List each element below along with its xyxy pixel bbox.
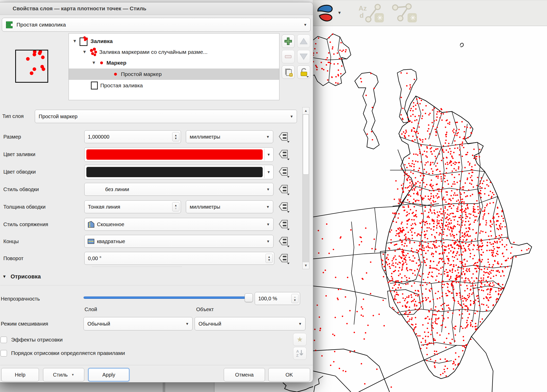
scrollbar-thumb[interactable] (303, 114, 309, 175)
tree-row-simple-fill[interactable]: Простая заливка (69, 80, 279, 91)
lock-color-button[interactable] (297, 65, 310, 79)
opacity-label: Непрозрачность (1, 292, 40, 305)
opacity-slider-thumb[interactable] (245, 293, 253, 302)
chevron-down-icon: ▼ (266, 187, 270, 191)
expander-icon[interactable]: ▼ (82, 49, 87, 55)
size-input[interactable]: 1,000000 ▲▼ (84, 130, 181, 143)
data-defined-override-button[interactable] (278, 235, 289, 248)
spin-buttons[interactable]: ▲▼ (266, 254, 273, 263)
move-down-button (297, 50, 310, 63)
chevron-down-icon[interactable]: ▼ (267, 170, 270, 174)
change-point-tool-icon: ✳ (392, 3, 420, 23)
rotation-value: 0,00 ° (88, 255, 101, 261)
apply-button[interactable]: Apply (88, 368, 129, 381)
tree-row-label: Заливка (90, 38, 113, 44)
layer-type-value: Простой маркер (39, 114, 78, 120)
scroll-down-arrow-icon[interactable]: ▼ (303, 262, 309, 269)
spin-buttons[interactable]: ▲▼ (172, 132, 179, 141)
layer-type-label: Тип слоя (2, 110, 24, 123)
spin-buttons[interactable]: ▲▼ (172, 202, 179, 211)
opacity-input[interactable]: 100,0 % ▲▼ (255, 292, 300, 305)
scroll-up-arrow-icon[interactable]: ▲ (303, 107, 309, 114)
effects-checkbox-label: Эффекты отрисовки (11, 334, 63, 345)
dropdown-arrow-icon: ▼ (71, 373, 74, 377)
tree-row-label: Простая заливка (100, 82, 143, 89)
help-button[interactable]: Help (1, 368, 39, 381)
cap-style-select[interactable]: квадратные ▼ (84, 235, 274, 248)
stroke-width-label: Толщина обводки (3, 200, 46, 213)
symbol-preview (15, 50, 48, 83)
tree-row-label: Заливка маркерами со случайным разме... (99, 49, 208, 55)
blend-feature-select[interactable]: Обычный ▼ (195, 317, 305, 330)
data-defined-override-button[interactable] (278, 131, 289, 143)
stroke-width-input[interactable]: Тонкая линия ▲▼ (84, 200, 181, 213)
effects-row: Эффекты отрисовки (0, 334, 63, 345)
properties-scrollbar[interactable]: ▲ ▼ (302, 107, 309, 269)
tree-row-simple-marker[interactable]: Простой маркер (69, 69, 279, 80)
dialog-title: Свойства слоя — карта плотности точек — … (13, 2, 146, 15)
unlocked-padlock-icon (299, 67, 309, 77)
stroke-style-value: без линии (105, 186, 129, 192)
chevron-down-icon[interactable]: ▼ (267, 152, 270, 157)
blend-mode-label: Режим смешивания (1, 317, 48, 330)
opacity-slider[interactable] (84, 291, 252, 303)
star-icon: ★ (297, 335, 303, 344)
data-defined-override-button[interactable] (278, 252, 289, 265)
stroke-color-label: Цвет обводки (3, 165, 36, 178)
render-section-title: Отрисовка (11, 273, 41, 280)
fill-color-button[interactable]: ▼ (84, 147, 274, 162)
draw-order-settings-button: A Z (293, 347, 306, 360)
stroke-style-label: Стиль обводки (3, 183, 39, 196)
symbol-layer-tree[interactable]: ▼ Заливка ▼ Заливка маркерами со случайн… (69, 33, 279, 100)
fill-color-label: Цвет заливки (3, 148, 35, 161)
expander-icon[interactable]: ▼ (72, 39, 78, 44)
layer-type-select[interactable]: Простой маркер ▼ (35, 110, 297, 123)
tree-row-fill[interactable]: ▼ Заливка (69, 36, 279, 46)
chevron-down-icon: ▼ (266, 239, 270, 243)
data-defined-override-button[interactable] (278, 148, 289, 160)
tree-row-marker[interactable]: ▼ Маркер (69, 58, 279, 68)
tree-row-random-marker-fill[interactable]: ▼ Заливка маркерами со случайным разме..… (69, 47, 279, 57)
size-unit-select[interactable]: миллиметры ▼ (186, 130, 273, 143)
layer-properties-dialog: Свойства слоя — карта плотности точек — … (0, 2, 313, 382)
add-symbol-layer-button[interactable] (282, 35, 295, 48)
duplicate-icon: ✳ (283, 67, 293, 77)
chevron-down-icon: ▼ (303, 23, 307, 27)
join-style-label: Стиль сопряжения (3, 218, 48, 231)
effects-checkbox[interactable] (1, 337, 7, 343)
data-defined-override-button[interactable] (278, 166, 289, 178)
square-cap-icon (87, 237, 95, 245)
rotation-input[interactable]: 0,00 ° ▲▼ (84, 252, 274, 265)
join-style-value: Скошенное (97, 221, 124, 227)
spin-buttons[interactable]: ▲▼ (291, 294, 299, 303)
bevel-join-icon (87, 220, 95, 228)
join-style-select[interactable]: Скошенное ▼ (84, 218, 274, 231)
stroke-color-button[interactable]: ▼ (84, 165, 274, 179)
label-tool-dropdown-arrow-icon[interactable]: ▼ (337, 11, 342, 15)
stroke-width-unit-select[interactable]: миллиметры ▼ (186, 200, 273, 213)
svg-text:A: A (296, 349, 299, 353)
map-canvas[interactable] (313, 26, 547, 392)
svg-text:Z: Z (296, 353, 299, 357)
cancel-button[interactable]: Отмена (224, 368, 265, 381)
svg-text:✳: ✳ (290, 73, 292, 76)
data-defined-override-button[interactable] (278, 201, 289, 213)
blend-layer-select[interactable]: Обычный ▼ (84, 317, 193, 330)
stroke-width-unit-value: миллиметры (190, 204, 220, 210)
label-tool-icon[interactable] (316, 3, 336, 23)
ok-button[interactable]: OK (268, 368, 310, 381)
chevron-down-icon: ▼ (298, 322, 302, 326)
tree-row-label: Простой маркер (121, 71, 162, 77)
expander-icon[interactable]: ▼ (91, 60, 97, 65)
style-menu-button[interactable]: Стиль ▼ (43, 368, 84, 381)
render-section-header[interactable]: ▼ Отрисовка (2, 273, 41, 280)
data-defined-override-button[interactable] (278, 218, 289, 231)
duplicate-symbol-layer-button[interactable]: ✳ (282, 65, 295, 79)
stroke-color-swatch (86, 167, 263, 177)
stroke-style-select[interactable]: без линии ▼ (84, 183, 274, 196)
chevron-down-icon: ▼ (290, 114, 293, 118)
symbology-type-select[interactable]: Простая символика ▼ (2, 18, 311, 32)
tree-row-label: Маркер (106, 60, 126, 66)
draw-order-checkbox[interactable] (1, 350, 7, 356)
data-defined-override-button[interactable] (278, 183, 289, 195)
